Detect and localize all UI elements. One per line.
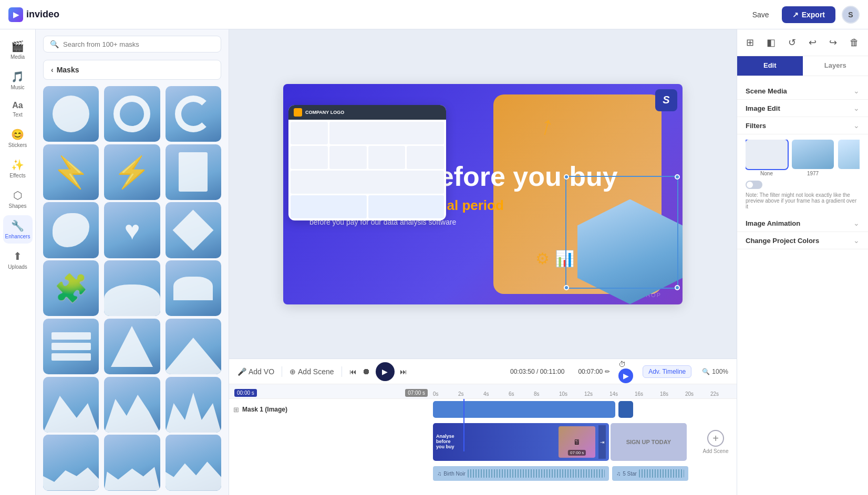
- mask-item-6[interactable]: [166, 144, 221, 200]
- undo-button[interactable]: ↩: [805, 35, 820, 50]
- center-area: S COMPANY LOGO: [229, 29, 737, 495]
- mask-shape-wave1: [104, 285, 160, 316]
- mask-clip[interactable]: [433, 401, 615, 418]
- delete-button[interactable]: 🗑: [846, 35, 862, 50]
- skip-back-button[interactable]: ⏮: [349, 367, 357, 376]
- timeline-area: 🎤 Add VO ⊕ Add Scene ⏮ ⏺ ▶: [229, 359, 737, 495]
- mask-item-21[interactable]: [166, 435, 221, 490]
- audio-clip-1[interactable]: ♫ Birth Noir: [433, 466, 609, 481]
- filter-none[interactable]: [746, 140, 788, 169]
- sidebar-item-uploads[interactable]: ⬆ Uploads: [3, 246, 33, 274]
- sidebar-item-enhancers[interactable]: 🔧 Enhancers: [3, 215, 33, 244]
- section-change-colors[interactable]: Change Project Colors ⌄: [737, 232, 868, 249]
- sidebar-item-effects[interactable]: ✨ Effects: [3, 154, 33, 183]
- zoom-icon: 🔍: [702, 368, 710, 375]
- search-input[interactable]: [63, 40, 214, 48]
- tab-layers[interactable]: Layers: [803, 56, 869, 76]
- track-label-scene: [229, 423, 433, 461]
- mask-item-11[interactable]: [104, 260, 160, 316]
- trim-handle-icon: ⇥: [600, 439, 604, 445]
- mask-shape-mountain1: [111, 326, 153, 367]
- canvas-dashboard-card: COMPANY LOGO: [288, 105, 446, 220]
- filters-row: None 1977: [746, 140, 860, 176]
- add-scene-label-bottom: Add Scene: [703, 448, 729, 454]
- record2-button[interactable]: ▶: [618, 368, 633, 383]
- logo[interactable]: ▶ invideo: [8, 7, 59, 22]
- filter-1977[interactable]: [792, 140, 834, 169]
- refresh-button[interactable]: ↺: [785, 35, 799, 50]
- canvas[interactable]: S COMPANY LOGO: [283, 84, 683, 304]
- scene1-clip[interactable]: Analysebeforeyou buy 🖥 07:00 s ⇥: [433, 423, 609, 461]
- layers-button[interactable]: ◧: [763, 35, 779, 50]
- mask-shape-coast1: [43, 462, 99, 491]
- filter-toggle-knob[interactable]: [746, 181, 762, 189]
- adv-timeline-button[interactable]: Adv. Timeline: [643, 365, 691, 378]
- sidebar-item-text[interactable]: Aa Text: [3, 97, 33, 122]
- add-vo-label: Add VO: [249, 367, 274, 376]
- mask-item-4[interactable]: ⚡: [43, 144, 99, 200]
- mask-item-12[interactable]: [166, 260, 221, 316]
- skip-back-icon: ⏮: [349, 367, 357, 376]
- scene-media-label: Scene Media: [746, 87, 787, 95]
- sidebar-item-media[interactable]: 🎬 Media: [3, 36, 33, 64]
- timer-button[interactable]: ⏱: [618, 360, 626, 368]
- edit-time-icon[interactable]: ✏: [605, 368, 610, 375]
- section-filters: Filters ⌄ None: [737, 117, 868, 215]
- mask-item-8[interactable]: ♥: [104, 202, 160, 258]
- export-button[interactable]: ↗ Export: [782, 6, 835, 23]
- avatar[interactable]: S: [842, 6, 860, 24]
- mask-item-17[interactable]: [104, 377, 160, 433]
- scene1-thumbnail: 🖥 07:00 s: [559, 426, 595, 458]
- mask-item-2[interactable]: [104, 86, 160, 142]
- play-button[interactable]: ▶: [376, 362, 395, 381]
- mask-item-15[interactable]: [166, 319, 221, 374]
- right-panel: ⊞ ◧ ↺ ↩ ↪ 🗑 Edit Layers Scene Media ⌄ Im…: [737, 29, 868, 495]
- section-scene-media[interactable]: Scene Media ⌄: [737, 82, 868, 100]
- scene1-trim-handle[interactable]: ⇥: [598, 425, 606, 459]
- skip-forward-button[interactable]: ⏭: [400, 367, 407, 376]
- section-image-animation[interactable]: Image Animation ⌄: [737, 215, 868, 232]
- mask-shape-lightning2: ⚡: [113, 157, 151, 187]
- search-wrap[interactable]: 🔍: [43, 36, 221, 52]
- mask-item-1[interactable]: [43, 86, 99, 142]
- mask-shape-heart: ♥: [125, 215, 140, 246]
- grid-view-button[interactable]: ⊞: [743, 35, 757, 50]
- mask-shape-puzzle: 🧩: [54, 272, 88, 304]
- scene2-clip[interactable]: SIGN UP TODAY: [611, 423, 687, 461]
- tab-edit[interactable]: Edit: [737, 56, 803, 76]
- filters-header[interactable]: Filters ⌄: [737, 117, 868, 134]
- record-button[interactable]: ⏺: [362, 367, 370, 376]
- dash-cell-3: [291, 146, 328, 169]
- mask-clip-end[interactable]: [618, 401, 634, 418]
- section-image-edit[interactable]: Image Edit ⌄: [737, 100, 868, 117]
- mask-item-18[interactable]: [166, 377, 221, 433]
- mask-item-3[interactable]: [166, 86, 221, 142]
- image-animation-label: Image Animation: [746, 219, 800, 227]
- sidebar-item-music[interactable]: 🎵 Music: [3, 66, 33, 94]
- save-button[interactable]: Save: [746, 7, 776, 22]
- mask-item-14[interactable]: [104, 319, 160, 374]
- mask-item-7[interactable]: [43, 202, 99, 258]
- audio-clip-2[interactable]: ♫ 5 Star: [612, 466, 688, 481]
- mask-item-9[interactable]: [166, 202, 221, 258]
- mask-item-20[interactable]: [104, 435, 160, 490]
- image-edit-arrow-icon: ⌄: [853, 104, 860, 112]
- mask-item-13[interactable]: [43, 319, 99, 374]
- ruler-tick-6: 12s: [584, 391, 609, 398]
- add-scene-area[interactable]: + Add Scene: [695, 423, 737, 461]
- sidebar-item-stickers[interactable]: 😊 Stickers: [3, 124, 33, 152]
- masks-header[interactable]: ‹ Masks: [43, 60, 221, 80]
- filter-extra[interactable]: [838, 140, 860, 169]
- sidebar-item-shapes[interactable]: ⬡ Shapes: [3, 185, 33, 213]
- track-content-scene[interactable]: Analysebeforeyou buy 🖥 07:00 s ⇥: [433, 423, 737, 461]
- add-scene-button-top[interactable]: ⊕ Add Scene: [290, 367, 334, 376]
- redo-button[interactable]: ↪: [826, 35, 840, 50]
- add-vo-button[interactable]: 🎤 Add VO: [237, 367, 274, 376]
- logo-icon: ▶: [8, 7, 23, 22]
- mask-item-19[interactable]: [43, 435, 99, 490]
- track-content-mask[interactable]: [433, 401, 737, 418]
- mask-item-5[interactable]: ⚡: [104, 144, 160, 200]
- mask-shape-diamond: [173, 210, 214, 251]
- mask-item-16[interactable]: [43, 377, 99, 433]
- mask-item-10[interactable]: 🧩: [43, 260, 99, 316]
